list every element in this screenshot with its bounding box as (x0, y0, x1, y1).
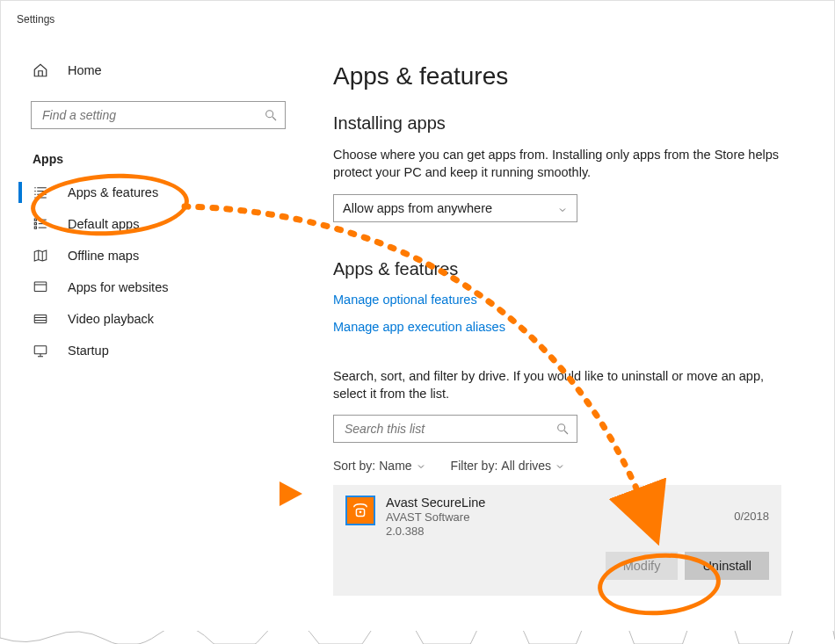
nav-label: Apps for websites (68, 280, 168, 294)
video-icon (33, 311, 48, 327)
installing-blurb: Choose where you can get apps from. Inst… (333, 146, 790, 182)
manage-optional-features-link[interactable]: Manage optional features (333, 293, 477, 307)
window-title: Settings (17, 13, 54, 25)
app-publisher: AVAST Software (386, 510, 734, 524)
svg-rect-11 (34, 223, 36, 225)
svg-line-1 (272, 117, 276, 120)
svg-rect-18 (34, 282, 47, 292)
installing-heading: Installing apps (333, 113, 799, 134)
svg-point-0 (266, 111, 273, 118)
uninstall-button[interactable]: Uninstall (685, 552, 769, 580)
sidebar-item-startup[interactable]: Startup (1, 335, 298, 366)
nav-label: Startup (68, 344, 109, 358)
modify-button[interactable]: Modify (606, 552, 679, 580)
sidebar-search[interactable] (31, 101, 286, 129)
websites-icon (33, 279, 48, 295)
nav-label: Offline maps (68, 249, 139, 263)
filter-by-control[interactable]: Filter by: All drives (451, 459, 565, 473)
sidebar-item-default-apps[interactable]: Default apps (1, 208, 298, 240)
chevron-down-icon (557, 203, 568, 213)
sort-by-control[interactable]: Sort by: Name (333, 459, 426, 473)
sidebar-item-apps-websites[interactable]: Apps for websites (1, 271, 298, 303)
install-source-dropdown[interactable]: Allow apps from anywhere (333, 194, 577, 222)
titlebar: Settings (1, 1, 834, 27)
svg-rect-20 (34, 315, 47, 323)
sort-label: Sort by: (333, 459, 375, 473)
svg-point-26 (558, 424, 565, 431)
sidebar: Home Apps Apps & features (1, 27, 298, 643)
svg-line-27 (564, 431, 568, 434)
apps-features-heading: Apps & features (333, 259, 799, 279)
nav-label: Apps & features (68, 185, 158, 199)
nav-label: Default apps (68, 217, 139, 231)
app-name: Avast SecureLine (386, 496, 734, 510)
search-icon (555, 422, 570, 436)
chevron-down-icon (555, 460, 565, 471)
sidebar-item-apps-features[interactable]: Apps & features (1, 177, 298, 208)
app-list-item[interactable]: Avast SecureLine AVAST Software 2.0.388 … (333, 485, 781, 596)
apps-list-search-input[interactable] (343, 421, 555, 437)
startup-icon (33, 343, 48, 358)
apps-list-search[interactable] (333, 415, 577, 443)
svg-rect-10 (34, 219, 36, 221)
sidebar-item-video-playback[interactable]: Video playback (1, 303, 298, 335)
svg-rect-23 (34, 346, 47, 354)
svg-point-29 (359, 511, 362, 514)
app-version: 2.0.388 (386, 525, 734, 538)
app-date: 0/2018 (734, 496, 769, 523)
svg-rect-12 (34, 227, 36, 228)
sidebar-item-offline-maps[interactable]: Offline maps (1, 240, 298, 271)
sort-value: Name (379, 459, 411, 473)
app-icon (345, 496, 375, 525)
dropdown-value: Allow apps from anywhere (343, 201, 557, 215)
main-panel: Apps & features Installing apps Choose w… (298, 27, 834, 643)
defaults-icon (33, 216, 48, 232)
filter-label: Filter by: (451, 459, 498, 473)
apps-icon (33, 185, 48, 200)
filter-value: All drives (501, 459, 551, 473)
home-icon (33, 62, 48, 78)
apps-list-blurb: Search, sort, and filter by drive. If yo… (333, 367, 790, 403)
nav-label: Video playback (68, 312, 154, 326)
home-label: Home (68, 63, 102, 77)
sidebar-section-head: Apps (33, 152, 298, 166)
search-icon (264, 108, 278, 122)
home-button[interactable]: Home (1, 55, 298, 85)
chevron-down-icon (416, 460, 426, 471)
page-title: Apps & features (333, 62, 799, 90)
sidebar-search-input[interactable] (40, 107, 264, 123)
maps-icon (33, 248, 48, 264)
manage-app-aliases-link[interactable]: Manage app execution aliases (333, 320, 505, 334)
